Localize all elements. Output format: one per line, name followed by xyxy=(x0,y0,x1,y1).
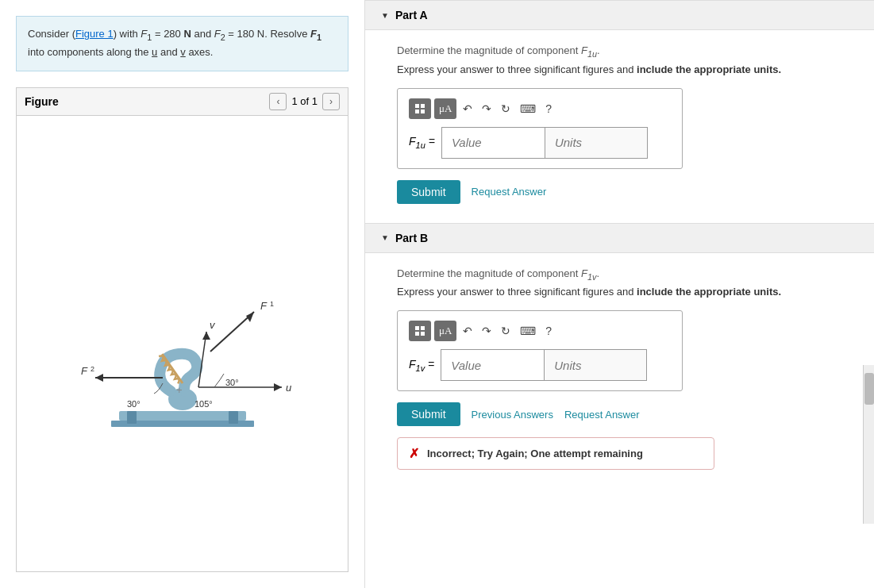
svg-rect-0 xyxy=(119,411,246,421)
part-b-toolbar: μA ↶ ↷ ↻ ⌨ ? xyxy=(409,321,671,341)
figure-content: F 1 F 2 v u 30° 30° xyxy=(17,116,348,571)
svg-text:F: F xyxy=(81,365,88,377)
svg-rect-25 xyxy=(415,104,419,108)
figure-nav: ‹ 1 of 1 › xyxy=(269,93,340,110)
svg-rect-30 xyxy=(421,326,425,330)
part-a-symbol-button[interactable]: μA xyxy=(434,98,456,119)
part-b-header: ▼ Part B xyxy=(365,223,874,253)
part-a-refresh-button[interactable]: ↻ xyxy=(498,101,514,117)
part-b-input-label: F1v = xyxy=(409,358,434,373)
svg-marker-19 xyxy=(274,383,282,391)
figure-svg: F 1 F 2 v u 30° 30° xyxy=(40,236,325,451)
part-a-instruction: Express your answer to three significant… xyxy=(397,63,842,75)
prev-figure-button[interactable]: ‹ xyxy=(269,93,287,110)
part-b-grid-button[interactable] xyxy=(409,321,431,341)
part-a-grid-button[interactable] xyxy=(409,98,431,119)
part-a-toolbar: μA ↶ ↷ ↻ ⌨ ? xyxy=(409,98,671,119)
svg-marker-12 xyxy=(95,374,103,382)
svg-text:u: u xyxy=(286,382,291,394)
right-panel: ▼ Part A Determine the magnitude of comp… xyxy=(365,0,874,588)
part-b-units-input[interactable] xyxy=(544,349,647,381)
part-a-units-input[interactable] xyxy=(545,127,648,159)
part-a-collapse-icon[interactable]: ▼ xyxy=(381,11,389,20)
part-b-help-button[interactable]: ? xyxy=(542,323,555,339)
figure-header: Figure ‹ 1 of 1 › xyxy=(17,88,348,116)
part-a-value-input[interactable] xyxy=(441,127,545,159)
part-b-instruction: Express your answer to three significant… xyxy=(397,286,842,298)
svg-rect-3 xyxy=(229,411,238,424)
part-b-submit-button[interactable]: Submit xyxy=(397,402,460,426)
next-figure-button[interactable]: › xyxy=(322,93,340,110)
part-b-value-input[interactable] xyxy=(441,349,544,381)
svg-text:1: 1 xyxy=(270,300,274,308)
svg-rect-29 xyxy=(415,326,419,330)
part-b-error-box: ✗ Incorrect; Try Again; One attempt rema… xyxy=(397,437,714,470)
svg-rect-2 xyxy=(127,411,137,424)
part-b-action-row: Submit Previous Answers Request Answer xyxy=(397,402,842,426)
part-b-redo-button[interactable]: ↷ xyxy=(479,323,495,339)
part-a-request-answer-link[interactable]: Request Answer xyxy=(472,186,547,198)
svg-text:+: + xyxy=(176,384,183,396)
part-b-keyboard-button[interactable]: ⌨ xyxy=(517,323,539,339)
part-a-keyboard-button[interactable]: ⌨ xyxy=(517,101,539,117)
part-a-input-row: F1u = xyxy=(409,127,671,159)
svg-rect-32 xyxy=(421,332,425,336)
part-b-previous-answers-link[interactable]: Previous Answers xyxy=(472,409,553,421)
svg-text:F: F xyxy=(260,300,268,312)
part-a-question: Determine the magnitude of component F1u… xyxy=(397,44,842,59)
svg-text:2: 2 xyxy=(90,365,94,373)
part-a-help-button[interactable]: ? xyxy=(542,101,555,117)
part-b-request-answer-link[interactable]: Request Answer xyxy=(564,409,640,421)
part-b-refresh-button[interactable]: ↻ xyxy=(498,323,514,339)
figure-title: Figure xyxy=(25,95,59,108)
svg-rect-31 xyxy=(415,332,419,336)
part-a-redo-button[interactable]: ↷ xyxy=(479,101,495,117)
problem-statement: Consider (Figure 1) with F1 = 280 N and … xyxy=(16,16,348,71)
svg-text:105°: 105° xyxy=(194,399,213,409)
part-a-submit-button[interactable]: Submit xyxy=(397,180,460,204)
part-a-answer-box: μA ↶ ↷ ↻ ⌨ ? F1u = xyxy=(397,88,683,169)
figure-page: 1 of 1 xyxy=(291,95,318,107)
error-message: Incorrect; Try Again; One attempt remain… xyxy=(427,448,643,459)
svg-rect-28 xyxy=(421,110,425,113)
part-a-section: ▼ Part A Determine the magnitude of comp… xyxy=(365,0,874,223)
part-b-question: Determine the magnitude of component F1v… xyxy=(397,267,842,282)
part-b-answer-box: μA ↶ ↷ ↻ ⌨ ? F1v = xyxy=(397,310,683,391)
svg-rect-26 xyxy=(421,104,425,108)
svg-text:30°: 30° xyxy=(225,378,239,387)
part-a-header: ▼ Part A xyxy=(365,0,874,30)
part-a-input-label: F1u = xyxy=(409,135,435,150)
figure-section: Figure ‹ 1 of 1 › xyxy=(16,87,348,572)
part-b-undo-button[interactable]: ↶ xyxy=(460,323,476,339)
grid-icon xyxy=(414,103,425,114)
svg-marker-8 xyxy=(246,312,254,322)
part-b-collapse-icon[interactable]: ▼ xyxy=(381,233,389,242)
part-b-label: Part B xyxy=(395,232,428,244)
part-a-label: Part A xyxy=(395,9,428,21)
svg-marker-16 xyxy=(202,332,210,340)
svg-text:30°: 30° xyxy=(127,399,141,409)
figure-link[interactable]: Figure 1 xyxy=(75,28,114,40)
part-a-undo-button[interactable]: ↶ xyxy=(460,101,476,117)
part-b-body: Determine the magnitude of component F1v… xyxy=(365,253,874,490)
left-panel: Consider (Figure 1) with F1 = 280 N and … xyxy=(0,0,365,588)
part-a-action-row: Submit Request Answer xyxy=(397,180,842,204)
part-b-symbol-button[interactable]: μA xyxy=(434,321,456,341)
svg-text:v: v xyxy=(210,319,216,331)
grid-icon-b xyxy=(414,325,425,336)
part-a-body: Determine the magnitude of component F1u… xyxy=(365,30,874,223)
part-b-section: ▼ Part B Determine the magnitude of comp… xyxy=(365,223,874,490)
part-b-input-row: F1v = xyxy=(409,349,671,381)
svg-rect-27 xyxy=(415,110,419,113)
error-x-icon: ✗ xyxy=(409,446,419,461)
